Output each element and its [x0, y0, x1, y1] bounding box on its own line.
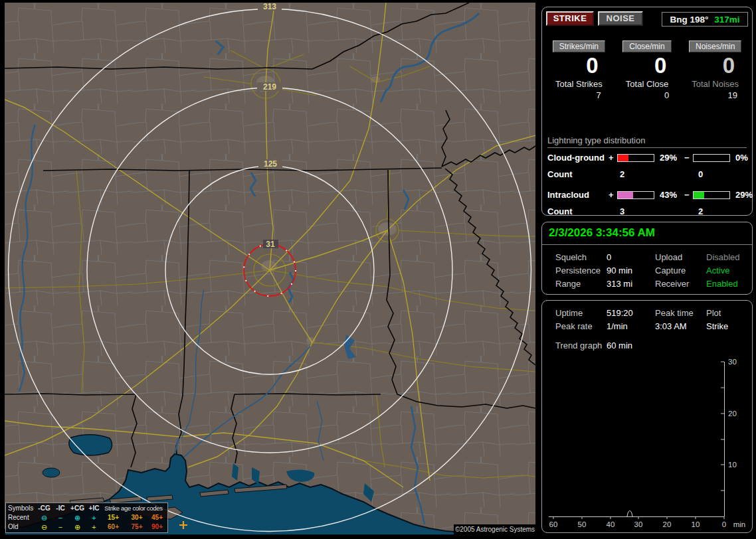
range-value: 313 mi — [607, 279, 655, 289]
old-pos-cg-icon: ⊕ — [68, 522, 86, 532]
uptime-label: Uptime — [555, 308, 607, 318]
lightning-type-distribution: Lightning type distribution Cloud-ground… — [547, 135, 747, 220]
ic-positive-bar — [617, 191, 654, 199]
intracloud-label: Intracloud — [547, 190, 609, 200]
ic-negative-count: 2 — [693, 206, 731, 216]
minus-sign: − — [684, 153, 693, 163]
legend-age-header: Strike age color codes — [102, 504, 165, 513]
svg-text:60: 60 — [549, 520, 558, 528]
ring-label-125: 125 — [264, 159, 277, 169]
cloud-ground-label: Cloud-ground — [547, 153, 609, 163]
old-neg-cg-icon: ⊖ — [36, 522, 52, 532]
recent-pos-cg-icon: ⊕ — [68, 513, 86, 522]
copyright-text: ©2005 Astrogenic Systems — [454, 524, 535, 535]
legend-col-pos-cg: +CG — [68, 504, 86, 513]
ic-negative-percent: 29% — [731, 190, 753, 200]
persistence-label: Persistence — [555, 266, 607, 275]
noises-per-min-button[interactable]: Noises/min — [689, 40, 741, 52]
svg-text:0: 0 — [722, 520, 726, 528]
cloud-ground-row: Cloud-ground + 29% − 0% — [547, 149, 747, 166]
persistence-value: 90 min — [607, 266, 655, 275]
cloud-ground-count-row: Count 2 0 — [547, 166, 747, 183]
age-30: 30+ — [125, 513, 149, 522]
status-rows: Squelch 0 Upload Disabled Persistence 90… — [542, 250, 752, 290]
intracloud-count-row: Count 3 2 — [547, 203, 747, 220]
noises-counter: Noises/min 0 Total Noises 19 — [681, 40, 749, 100]
cg-negative-percent: 0% — [731, 153, 748, 163]
strike-toggle-button[interactable]: STRIKE — [546, 11, 594, 26]
bearing-value: Bng 198° — [670, 15, 708, 25]
bearing-readout: Bng 198° 317mi — [662, 12, 748, 27]
uptime-value: 519:20 — [607, 308, 655, 318]
receiver-label: Receiver — [655, 279, 706, 289]
system-status-panel: 2/3/2026 3:34:56 AM Squelch 0 Upload Dis… — [541, 222, 753, 295]
plus-sign: + — [609, 153, 617, 163]
map-legend: Symbols -CG -IC +CG +IC Strike age color… — [5, 502, 168, 533]
plot-label: Plot — [706, 308, 752, 318]
recent-pos-ic-icon: + — [86, 513, 102, 522]
strike-stats-panel: STRIKE NOISE Bng 198° 317mi Strikes/min … — [541, 7, 753, 216]
plus-sign: + — [609, 190, 617, 200]
cg-negative-bar — [693, 154, 730, 162]
cg-negative-count: 0 — [693, 169, 731, 179]
cg-positive-count: 2 — [617, 169, 656, 179]
trend-graph-label: Trend graph — [555, 341, 607, 350]
close-counter: Close/min 0 Total Close 0 — [613, 40, 682, 100]
legend-col-neg-cg: -CG — [36, 504, 52, 513]
count-label: Count — [547, 206, 609, 216]
trend-panel: Uptime 519:20 Peak time Plot Peak rate 1… — [541, 300, 753, 533]
minus-sign: − — [684, 190, 693, 200]
total-close-value: 0 — [613, 90, 682, 100]
strikes-counter: Strikes/min 0 Total Strikes 7 — [545, 40, 613, 100]
svg-text:20: 20 — [663, 520, 672, 528]
ring-label-31: 31 — [266, 240, 275, 249]
total-strikes-value: 7 — [545, 90, 613, 100]
legend-symbols-header: Symbols — [8, 504, 36, 513]
svg-text:40: 40 — [607, 520, 615, 528]
legend-col-neg-ic: -IC — [52, 504, 68, 513]
old-pos-ic-icon: + — [86, 522, 102, 532]
count-label: Count — [547, 169, 609, 179]
svg-text:20: 20 — [728, 410, 737, 418]
upload-status: Disabled — [706, 252, 752, 262]
peak-time-value: 3:03 AM — [655, 321, 706, 331]
map-canvas: 313 219 125 31 — [5, 3, 535, 535]
svg-text:10: 10 — [728, 461, 737, 469]
peak-time-label: Peak time — [655, 308, 706, 318]
divider — [542, 244, 752, 245]
peak-rate-label: Peak rate — [555, 321, 607, 331]
svg-text:50: 50 — [578, 520, 587, 528]
legend-old-label: Old — [8, 522, 36, 532]
svg-text:30: 30 — [728, 358, 737, 366]
total-close-label: Total Close — [613, 79, 682, 89]
svg-text:10: 10 — [692, 520, 700, 528]
peak-rate-value: 1/min — [607, 321, 655, 331]
total-noises-value: 19 — [681, 90, 749, 100]
distribution-title: Lightning type distribution — [547, 135, 747, 148]
age-45: 45+ — [149, 513, 165, 522]
age-75: 75+ — [125, 522, 149, 532]
strikes-per-min-button[interactable]: Strikes/min — [553, 40, 605, 52]
ic-positive-percent: 43% — [656, 190, 684, 200]
ring-label-313: 313 — [263, 3, 276, 11]
old-neg-ic-icon: − — [52, 522, 68, 532]
age-90: 90+ — [149, 522, 165, 532]
age-60: 60+ — [102, 522, 125, 532]
squelch-label: Squelch — [555, 252, 607, 262]
close-per-min-button[interactable]: Close/min — [622, 40, 671, 52]
trend-graph: 60 50 40 30 20 10 0 min 30 20 10 — [542, 357, 752, 531]
ic-negative-bar — [693, 191, 730, 199]
capture-label: Capture — [655, 266, 706, 275]
strikes-per-min-value: 0 — [545, 54, 613, 78]
squelch-value: 0 — [607, 252, 655, 262]
trend-axes — [549, 362, 725, 519]
map-viewport[interactable]: 313 219 125 31 ©2005 Astrogenic Systems — [5, 3, 535, 535]
total-noises-label: Total Noises — [681, 79, 749, 89]
legend-recent-label: Recent — [8, 513, 36, 522]
capture-status: Active — [706, 266, 752, 275]
noise-toggle-button[interactable]: NOISE — [598, 11, 643, 26]
legend-col-pos-ic: +IC — [86, 504, 102, 513]
svg-text:30: 30 — [634, 520, 643, 528]
range-label: Range — [555, 279, 607, 289]
plot-value: Strike — [706, 321, 752, 331]
